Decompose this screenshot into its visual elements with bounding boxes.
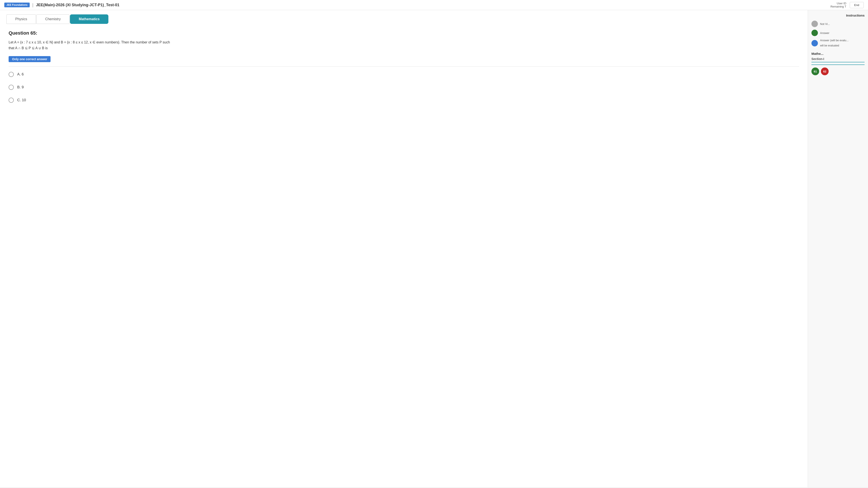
remaining-label: Remaining T — [830, 5, 846, 8]
option-a-text: A. 6 — [17, 72, 24, 76]
legend-answered-text: Answer — [820, 31, 829, 35]
legend-not-visited-text: Not Vi... — [820, 22, 830, 26]
section-title: Section-I — [811, 57, 865, 62]
main-content: Physics Chemistry Mathematics Question 6… — [0, 10, 808, 487]
legend-answered-eval-text: Answer (will be evalu... — [820, 39, 849, 42]
tab-chemistry[interactable]: Chemistry — [36, 14, 69, 24]
question-number-grid: 61 62 — [811, 67, 865, 75]
q-num-61[interactable]: 61 — [811, 67, 819, 75]
header-divider: | — [32, 3, 33, 7]
section-underline: Section-I — [811, 57, 865, 65]
option-c[interactable]: C. 10 — [9, 98, 799, 103]
option-b[interactable]: B. 9 — [9, 85, 799, 90]
user-id-label: User ID — [830, 2, 846, 5]
option-b-text: B. 9 — [17, 85, 24, 90]
brand-badge: JEE Foundations — [4, 3, 30, 7]
instructions-label: Instructions — [811, 13, 865, 17]
radio-a[interactable] — [9, 72, 14, 77]
radio-b[interactable] — [9, 85, 14, 90]
legend-answered-eval: Answer (will be evalu... will be evaluat… — [811, 39, 865, 47]
q-num-62[interactable]: 62 — [821, 67, 829, 75]
legend-not-visited: Not Vi... — [811, 21, 865, 27]
legend-dot-blue — [811, 40, 818, 46]
end-button[interactable]: End — [850, 2, 864, 8]
header: JEE Foundations | JEE(Main)-2026 (XI Stu… — [0, 0, 868, 10]
sidebar: Instructions Not Vi... Answer Answer (wi… — [808, 10, 868, 487]
divider — [9, 66, 799, 67]
option-c-text: C. 10 — [17, 98, 26, 102]
header-title: JEE(Main)-2026 (XI Studying-JCT-P1)_Test… — [36, 3, 119, 7]
legend-dot-gray — [811, 21, 818, 27]
question-number: Question 65: — [9, 30, 799, 36]
main-layout: Physics Chemistry Mathematics Question 6… — [0, 10, 868, 487]
question-section: Question 65: Let A = {x : 7 ≤ x ≤ 10, x … — [6, 30, 801, 103]
legend-dot-green — [811, 30, 818, 36]
header-right: User ID Remaining T End — [830, 2, 864, 8]
subject-tabs: Physics Chemistry Mathematics — [6, 14, 801, 24]
legend-answered: Answer — [811, 30, 865, 36]
tab-mathematics[interactable]: Mathematics — [70, 14, 108, 24]
header-left: JEE Foundations | JEE(Main)-2026 (XI Stu… — [4, 3, 119, 7]
user-info: User ID Remaining T — [830, 2, 846, 8]
question-text: Let A = {x : 7 ≤ x ≤ 10, x ∈ N} and B = … — [9, 39, 799, 51]
option-a[interactable]: A. 6 — [9, 72, 799, 77]
math-section-label: Mathe... — [811, 52, 865, 56]
answer-type-badge: Only one correct answer — [9, 56, 51, 62]
radio-c[interactable] — [9, 98, 14, 103]
answer-eval-note: will be evaluated — [820, 44, 849, 47]
tab-physics[interactable]: Physics — [6, 14, 36, 24]
